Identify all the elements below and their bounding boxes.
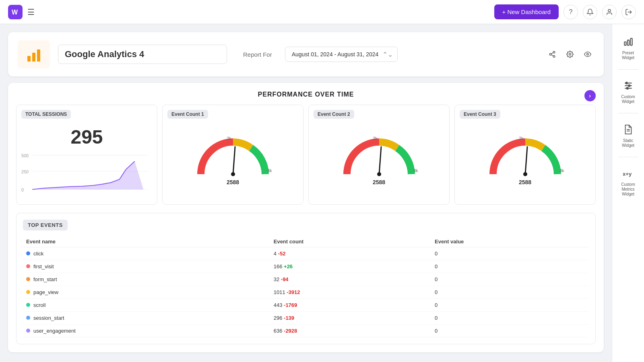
svg-point-29 xyxy=(523,172,527,176)
dashboard-section: PERFORMANCE OVER TIME › TOTAL SESSIONS 2… xyxy=(8,83,604,352)
svg-line-28 xyxy=(525,147,527,174)
svg-text:250: 250 xyxy=(21,170,29,174)
event-name-cell: scroll xyxy=(23,299,270,312)
custom-metrics-icon: x+y xyxy=(621,166,636,181)
svg-point-21 xyxy=(231,172,235,176)
table-row: page_view 1011 -3912 0 xyxy=(23,286,589,299)
event-name-cell: form_start xyxy=(23,273,270,286)
sidebar-preset-widget[interactable]: PresetWidget xyxy=(615,31,642,64)
top-events-header: TOP EVENTS xyxy=(23,220,68,230)
settings-button[interactable] xyxy=(564,48,576,61)
svg-text:x+y: x+y xyxy=(623,171,632,177)
svg-point-11 xyxy=(569,53,571,56)
event-count-cell: 32 -94 xyxy=(270,273,431,286)
custom-widget-label: CustomWidget xyxy=(621,95,635,104)
sessions-value: 295 xyxy=(21,126,152,148)
report-header-icons xyxy=(546,48,594,61)
svg-text:4k: 4k xyxy=(267,168,272,173)
svg-rect-33 xyxy=(627,40,629,45)
main-layout: Report For August 01, 2024 - August 31, … xyxy=(0,24,644,362)
bar-chart-icon xyxy=(621,35,636,49)
sidebar-custom-metrics-widget[interactable]: x+y CustomMetricsWidget xyxy=(615,162,642,201)
top-events-section: TOP EVENTS Event name Event count Event … xyxy=(16,213,596,344)
user-button[interactable] xyxy=(602,5,617,19)
svg-marker-19 xyxy=(32,161,143,189)
right-sidebar: PresetWidget CustomWidget xyxy=(612,24,644,362)
svg-point-7 xyxy=(549,53,551,56)
svg-rect-5 xyxy=(37,49,40,62)
share-button[interactable] xyxy=(546,48,559,61)
sidebar-divider-1 xyxy=(618,69,638,70)
gauge-3-value: 2588 xyxy=(519,179,531,185)
event-value-cell: 0 xyxy=(431,273,589,286)
svg-rect-4 xyxy=(32,53,35,62)
event-name-cell: first_visit xyxy=(23,260,270,273)
total-sessions-widget: TOTAL SESSIONS 295 500 250 0 xyxy=(16,105,157,205)
svg-rect-3 xyxy=(27,56,31,62)
sessions-chart: 500 250 0 xyxy=(21,151,152,200)
svg-point-6 xyxy=(553,51,555,53)
table-row: first_visit 166 +26 0 xyxy=(23,260,589,273)
event-count-cell: 166 +26 xyxy=(270,260,431,273)
event-count-3-title: Event Count 3 xyxy=(460,110,500,119)
performance-expand-button[interactable]: › xyxy=(584,90,596,101)
gauge-1-value: 2588 xyxy=(227,179,239,185)
svg-rect-32 xyxy=(624,42,626,45)
total-sessions-title: TOTAL SESSIONS xyxy=(21,110,71,119)
date-range-select[interactable]: August 01, 2024 - August 31, 2024 xyxy=(285,47,398,62)
new-dashboard-button[interactable]: + New Dashboard xyxy=(494,4,559,19)
notifications-button[interactable] xyxy=(583,5,597,19)
col-event-name: Event name xyxy=(23,236,270,247)
event-name-cell: user_engagement xyxy=(23,325,270,337)
report-logo-box xyxy=(18,40,50,68)
event-count-1-title: Event Count 1 xyxy=(167,110,208,119)
logout-button[interactable] xyxy=(621,5,636,19)
event-count-3-widget: Event Count 3 2k 4k 2588 xyxy=(454,105,596,205)
svg-point-36 xyxy=(625,82,627,84)
event-name-cell: page_view xyxy=(23,286,270,299)
svg-text:2k: 2k xyxy=(227,136,231,141)
header: W ☰ + New Dashboard ? xyxy=(0,0,644,24)
svg-line-9 xyxy=(551,55,553,56)
event-count-2-widget: Event Count 2 2k 4k 2588 xyxy=(308,105,450,205)
gauge-2-container: 2k 4k 2588 xyxy=(314,123,444,189)
svg-text:2k: 2k xyxy=(519,136,524,141)
content-area: Report For August 01, 2024 - August 31, … xyxy=(0,24,612,362)
header-actions: + New Dashboard ? xyxy=(494,4,636,19)
svg-point-12 xyxy=(587,53,589,56)
view-button[interactable] xyxy=(581,48,594,61)
report-header-card: Report For August 01, 2024 - August 31, … xyxy=(8,32,604,76)
event-value-cell: 0 xyxy=(431,247,589,260)
svg-text:500: 500 xyxy=(21,154,29,158)
svg-rect-34 xyxy=(630,38,632,45)
svg-point-40 xyxy=(626,87,628,89)
svg-line-10 xyxy=(551,53,553,54)
report-title-input[interactable] xyxy=(58,45,227,64)
event-count-cell: 636 -2928 xyxy=(270,325,431,337)
svg-text:W: W xyxy=(12,9,18,16)
table-row: scroll 443 -1769 0 xyxy=(23,299,589,312)
widgets-row: TOTAL SESSIONS 295 500 250 0 xyxy=(16,105,596,205)
table-row: session_start 296 -139 0 xyxy=(23,312,589,325)
event-name-cell: click xyxy=(23,247,270,260)
table-row: form_start 32 -94 0 xyxy=(23,273,589,286)
svg-text:4k: 4k xyxy=(559,168,564,173)
logo: W xyxy=(8,5,23,19)
svg-line-20 xyxy=(233,147,235,174)
preset-widget-label: PresetWidget xyxy=(622,51,634,60)
col-event-value: Event value xyxy=(431,236,589,247)
table-row: user_engagement 636 -2928 0 xyxy=(23,325,589,337)
event-count-2-title: Event Count 2 xyxy=(314,110,354,119)
svg-text:4k: 4k xyxy=(413,168,418,173)
sliders-icon xyxy=(621,78,636,93)
event-value-cell: 0 xyxy=(431,325,589,337)
menu-icon[interactable]: ☰ xyxy=(27,7,35,17)
sidebar-custom-widget[interactable]: CustomWidget xyxy=(615,74,642,108)
event-count-1-widget: Event Count 1 xyxy=(162,105,303,205)
event-name-cell: session_start xyxy=(23,312,270,325)
event-value-cell: 0 xyxy=(431,286,589,299)
svg-point-38 xyxy=(628,85,630,86)
help-button[interactable]: ? xyxy=(564,5,578,19)
event-count-cell: 443 -1769 xyxy=(270,299,431,312)
sidebar-static-widget[interactable]: StaticWidget xyxy=(615,118,642,152)
